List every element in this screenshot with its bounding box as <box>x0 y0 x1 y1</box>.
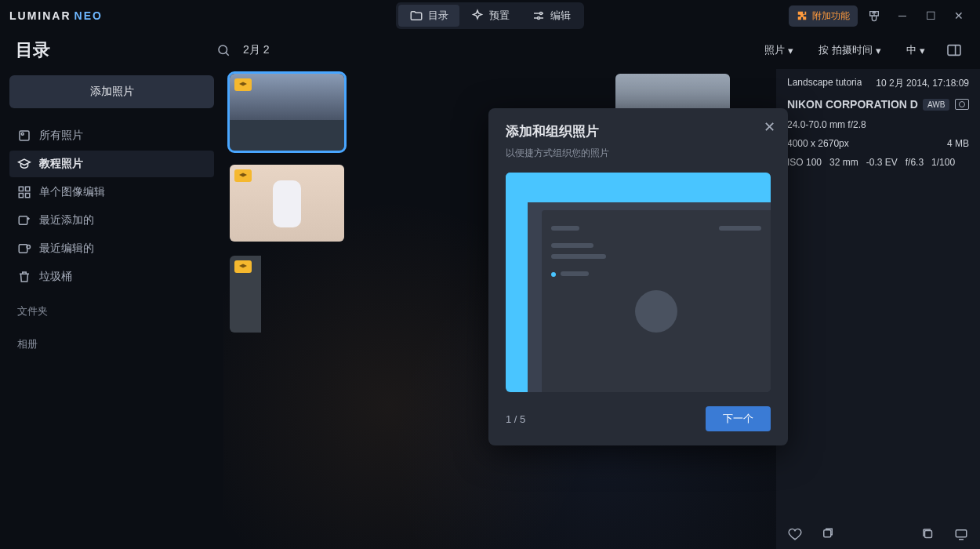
info-lens: 24.0-70.0 mm f/2.8 <box>787 119 866 130</box>
photos-icon <box>17 129 31 143</box>
info-filename: Landscape tutoria <box>787 77 862 90</box>
nav-label: 教程照片 <box>39 157 83 171</box>
nav-all-photos[interactable]: 所有照片 <box>9 122 214 149</box>
nav-label: 最近编辑的 <box>39 242 94 256</box>
folder-icon <box>409 9 423 23</box>
nav-label: 垃圾桶 <box>39 270 72 284</box>
search-icon[interactable] <box>216 43 230 57</box>
close-button[interactable]: ✕ <box>947 5 971 27</box>
popover-title: 添加和组织照片 <box>506 122 771 140</box>
popover-subtitle: 以便捷方式组织您的照片 <box>506 147 771 160</box>
recent-edit-icon <box>17 242 31 256</box>
screen-icon[interactable] <box>953 527 969 541</box>
nav-single-edit[interactable]: 单个图像编辑 <box>9 179 214 205</box>
tab-edit[interactable]: 编辑 <box>521 5 582 27</box>
sidebar: 添加照片 所有照片 教程照片 单个图像编辑 最近添加的 最近编辑的 垃圾桶 文件… <box>0 69 223 549</box>
svg-rect-14 <box>925 531 932 538</box>
mode-tabs: 目录 预置 编辑 <box>396 2 584 29</box>
tab-catalog-label: 目录 <box>428 9 448 23</box>
stack-icon[interactable] <box>920 527 936 541</box>
info-aperture: f/6.3 <box>906 157 924 168</box>
nav-recent-edited[interactable]: 最近编辑的 <box>9 235 214 262</box>
svg-rect-10 <box>19 216 27 225</box>
photo-grid: ✕ 添加和组织照片 以便捷方式组织您的照片 1 / 5 下一个 <box>223 69 776 549</box>
nav-label: 所有照片 <box>39 129 83 143</box>
nav-label: 单个图像编辑 <box>39 185 105 199</box>
nav-label: 最近添加的 <box>39 213 94 227</box>
columns-icon <box>946 44 962 56</box>
date-range: 2月 2 <box>243 43 269 57</box>
sort-label: 按 拍摄时间 <box>818 43 873 57</box>
svg-rect-6 <box>19 187 23 191</box>
chevron-down-icon: ▾ <box>920 45 925 56</box>
logo-text-a: LUMINAR <box>9 9 71 22</box>
next-button[interactable]: 下一个 <box>706 406 771 431</box>
info-datetime: 10 2月 2014, 17:18:09 <box>876 77 969 90</box>
thumbnail[interactable] <box>230 256 261 333</box>
app-logo: LUMINAR NEO <box>9 9 103 22</box>
step-indicator: 1 / 5 <box>506 413 525 425</box>
tutorial-badge-icon <box>234 78 252 91</box>
info-ev: -0.3 EV <box>866 157 898 168</box>
maximize-button[interactable]: ☐ <box>919 5 942 27</box>
nav-tutorial-photos[interactable]: 教程照片 <box>9 151 214 177</box>
tutorial-badge-icon <box>234 260 252 273</box>
awb-badge: AWB <box>923 99 949 111</box>
info-shutter: 1/100 <box>931 157 955 168</box>
sliders-icon <box>532 9 546 23</box>
subheader: 目录 2月 2 照片▾ 按 拍摄时间▾ 中▾ <box>0 31 980 69</box>
size-label: 中 <box>906 43 916 57</box>
svg-rect-8 <box>19 194 23 198</box>
nav-trash[interactable]: 垃圾桶 <box>9 264 214 290</box>
svg-rect-11 <box>19 245 27 253</box>
info-dimensions: 4000 x 2670px <box>787 138 849 149</box>
tab-catalog[interactable]: 目录 <box>398 5 459 27</box>
svg-point-12 <box>27 245 31 249</box>
svg-rect-9 <box>26 194 30 198</box>
tab-edit-label: 编辑 <box>550 9 571 23</box>
nav-recent-added[interactable]: 最近添加的 <box>9 207 214 234</box>
svg-point-5 <box>21 133 24 135</box>
titlebar: LUMINAR NEO 目录 预置 编辑 附加功能 ─ ☐ ✕ <box>0 0 980 31</box>
svg-rect-15 <box>956 530 967 537</box>
logo-text-b: NEO <box>74 9 103 22</box>
grid-icon <box>17 185 31 199</box>
info-camera: NIKON CORPORATION D <box>787 98 918 111</box>
tutorial-badge-icon <box>234 169 252 182</box>
thumbnail[interactable] <box>230 165 344 242</box>
share-icon <box>868 9 880 22</box>
minimize-button[interactable]: ─ <box>891 5 914 27</box>
trash-icon <box>17 270 31 284</box>
section-albums[interactable]: 相册 <box>9 325 214 356</box>
addon-button[interactable]: 附加功能 <box>789 5 858 27</box>
svg-point-0 <box>540 13 543 15</box>
sparkle-icon <box>470 9 485 23</box>
sort-control[interactable]: 按 拍摄时间▾ <box>812 40 887 60</box>
thumbnail[interactable] <box>230 74 344 151</box>
recent-add-icon <box>17 213 31 227</box>
tab-presets[interactable]: 预置 <box>459 5 521 27</box>
chevron-down-icon: ▾ <box>788 45 793 56</box>
add-photos-button[interactable]: 添加照片 <box>9 75 214 108</box>
info-panel: Landscape tutoria 10 2月 2014, 17:18:09 N… <box>776 69 980 549</box>
size-control[interactable]: 中▾ <box>900 40 931 60</box>
onboarding-popover: ✕ 添加和组织照片 以便捷方式组织您的照片 1 / 5 下一个 <box>488 108 788 445</box>
popover-illustration <box>506 173 771 392</box>
svg-point-2 <box>219 45 227 54</box>
svg-rect-13 <box>824 530 831 537</box>
view-toggle[interactable] <box>944 42 964 59</box>
info-iso: ISO 100 <box>787 157 822 168</box>
favorite-icon[interactable] <box>787 527 803 541</box>
chevron-down-icon: ▾ <box>876 45 881 56</box>
puzzle-icon <box>797 10 808 21</box>
tab-presets-label: 预置 <box>489 9 510 23</box>
svg-rect-4 <box>20 131 29 140</box>
copy-icon[interactable] <box>820 527 836 541</box>
popover-close-button[interactable]: ✕ <box>760 118 779 136</box>
graduation-icon <box>17 157 31 171</box>
svg-rect-3 <box>948 45 960 56</box>
filter-photos[interactable]: 照片▾ <box>758 40 800 60</box>
page-title: 目录 <box>16 38 50 62</box>
share-button[interactable] <box>862 5 886 27</box>
section-folders[interactable]: 文件夹 <box>9 292 214 323</box>
